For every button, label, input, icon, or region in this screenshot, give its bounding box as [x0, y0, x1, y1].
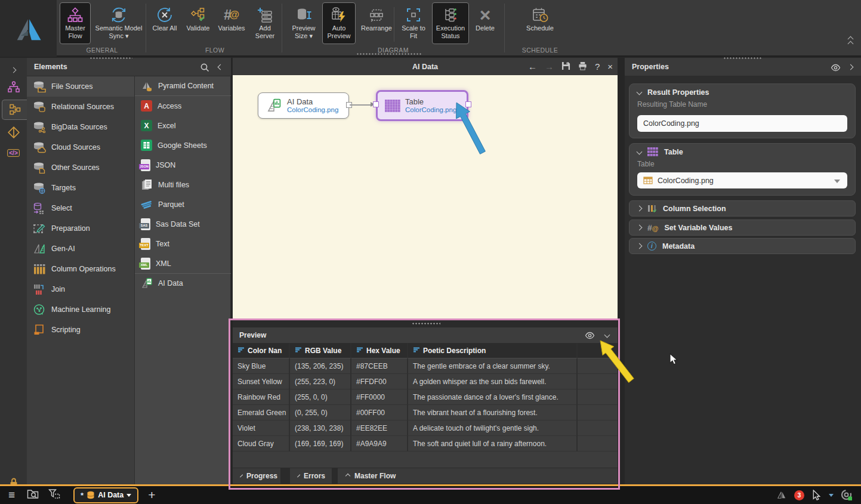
connection-status-icon[interactable]: [841, 489, 853, 501]
elements-panel: Elements File Sources Relational Sources…: [27, 58, 231, 484]
document-tab-ai-data[interactable]: * AI Data: [73, 487, 138, 503]
tab-errors[interactable]: Errors: [290, 468, 332, 484]
hamburger-menu-icon[interactable]: ≡: [8, 488, 15, 502]
column-header[interactable]: Hex Value: [351, 343, 408, 358]
category-preparation[interactable]: Preparation: [27, 218, 134, 239]
column-header[interactable]: RGB Value: [290, 343, 351, 358]
panel-drag-handle[interactable]: [723, 57, 763, 59]
set-variable-values-section[interactable]: #@ Set Variable Values: [629, 219, 856, 236]
table-row[interactable]: Sunset Yellow(255, 223, 0)#FFDF00A golde…: [233, 374, 618, 389]
category-join[interactable]: Join: [27, 279, 134, 299]
table-node[interactable]: Table ColorCoding.png: [376, 90, 468, 121]
clear-all-button[interactable]: Clear All: [149, 2, 180, 44]
content-explorer-icon[interactable]: [27, 488, 39, 502]
category-gen-ai[interactable]: Gen-AI: [27, 239, 134, 259]
metadata-section[interactable]: i Metadata: [629, 238, 856, 254]
result-properties-header[interactable]: Result Properties: [629, 84, 855, 100]
preview-panel: Preview Color Nan RGB Value Hex Value Po…: [233, 327, 618, 484]
category-bigdata-sources[interactable]: BigData Sources: [27, 117, 134, 137]
collapse-ribbon-button[interactable]: [848, 37, 853, 46]
model-diamond-tool-icon[interactable]: [0, 122, 27, 143]
category-other-sources[interactable]: Other Sources: [27, 157, 134, 178]
table-row[interactable]: Violet(238, 130, 238)#EE82EEA delicate t…: [233, 420, 618, 436]
input-port[interactable]: [373, 101, 379, 107]
flyout-xml[interactable]: XML XML: [135, 253, 231, 273]
flyout-text[interactable]: TEXT Text: [135, 234, 231, 253]
back-icon[interactable]: ←: [528, 61, 537, 72]
close-canvas-icon[interactable]: ×: [607, 61, 613, 72]
master-flow-button[interactable]: Master Flow: [60, 2, 91, 44]
save-icon[interactable]: [561, 61, 570, 72]
preview-eye-icon[interactable]: [585, 331, 595, 342]
expand-strip-button[interactable]: [0, 60, 27, 80]
category-relational-sources[interactable]: Relational Sources: [27, 97, 134, 117]
output-port[interactable]: [465, 101, 471, 107]
category-select[interactable]: Select: [27, 198, 134, 218]
help-icon[interactable]: ?: [595, 61, 600, 72]
table-row[interactable]: Sky Blue(135, 206, 235)#87CEEBThe gentle…: [233, 358, 618, 374]
print-icon[interactable]: [578, 61, 587, 72]
flyout-access[interactable]: A Access: [135, 96, 231, 116]
category-file-sources[interactable]: File Sources: [27, 76, 134, 97]
flyout-ai-data[interactable]: AI Data: [135, 273, 231, 293]
flyout-multi-files[interactable]: Multi files: [135, 175, 231, 194]
tab-master-flow[interactable]: Master Flow: [338, 468, 618, 484]
auto-preview-button[interactable]: Auto Preview: [322, 2, 356, 44]
column-header[interactable]: Color Nan: [233, 343, 290, 358]
flyout-google-sheets[interactable]: Google Sheets: [135, 135, 231, 155]
table-section-header[interactable]: Table: [629, 144, 855, 160]
collapse-panel-icon[interactable]: [218, 64, 224, 70]
forward-icon[interactable]: →: [545, 61, 554, 72]
flow-diagram-canvas[interactable]: AI Data ColorCoding.png Table ColorCodin…: [233, 75, 618, 320]
category-cloud-sources[interactable]: Cloud Sources: [27, 137, 134, 157]
table-dropdown[interactable]: ColorCoding.png: [637, 172, 847, 188]
table-row[interactable]: Rainbow Red(255, 0, 0)#FF0000The passion…: [233, 389, 618, 405]
rearrange-button[interactable]: Rearrange: [358, 2, 395, 44]
flyout-parquet[interactable]: Parquet: [135, 194, 231, 214]
category-machine-learning[interactable]: Machine Learning: [27, 299, 134, 320]
add-tab-button[interactable]: +: [148, 488, 155, 502]
filter-view-icon[interactable]: [48, 488, 60, 502]
delete-button[interactable]: × Delete: [471, 2, 499, 44]
left-tool-strip: </>: [0, 58, 27, 484]
table-row[interactable]: Emerald Green(0, 255, 0)#00FF00The vibra…: [233, 405, 618, 420]
flyout-json[interactable]: JSON JSON: [135, 155, 231, 175]
category-scripting[interactable]: Scripting: [27, 320, 134, 340]
pointer-tool-icon[interactable]: [811, 490, 822, 501]
column-header[interactable]: Poetic Description: [408, 343, 578, 358]
preview-splitter[interactable]: [233, 320, 618, 327]
resulting-table-name-input[interactable]: ColorCoding.png: [637, 115, 847, 132]
schedule-button[interactable]: Schedule: [523, 2, 557, 44]
properties-eye-icon[interactable]: [831, 63, 841, 74]
flyout-excel[interactable]: X Excel: [135, 116, 231, 135]
add-server-button[interactable]: Add Server: [249, 2, 280, 44]
variables-button[interactable]: #@ Variables: [216, 2, 247, 44]
notification-badge[interactable]: 3: [794, 490, 804, 500]
validate-button[interactable]: Validate: [183, 2, 214, 44]
panel-drag-handle[interactable]: [90, 57, 132, 59]
semantic-model-sync-button[interactable]: Semantic Model Sync ▾: [93, 2, 144, 44]
pointer-options-caret-icon[interactable]: [829, 494, 834, 497]
category-targets[interactable]: Targets: [27, 178, 134, 198]
collapse-properties-icon[interactable]: [848, 64, 854, 70]
ai-data-node[interactable]: AI Data ColorCoding.png: [258, 92, 349, 119]
tab-progress[interactable]: Progress: [233, 468, 280, 484]
pyramid-logo-icon[interactable]: [0, 0, 57, 57]
column-selection-section[interactable]: Column Selection: [629, 200, 856, 217]
targets-icon: [33, 182, 46, 194]
preview-size-button[interactable]: Preview Size ▾: [288, 2, 320, 44]
preview-collapse-icon[interactable]: [604, 332, 610, 338]
flyout-pyramid-content[interactable]: Pyramid Content: [135, 76, 231, 96]
code-tool-icon[interactable]: </>: [0, 143, 27, 163]
panel-drag-handle[interactable]: [356, 53, 422, 55]
category-column-operations[interactable]: Column Operations: [27, 259, 134, 279]
execution-status-button[interactable]: Execution Status: [432, 2, 469, 44]
search-icon[interactable]: [200, 63, 209, 75]
table-section: Table Table ColorCoding.png: [629, 143, 856, 196]
delete-icon: ×: [480, 5, 491, 24]
flyout-sas-data-set[interactable]: SAS Sas Data Set: [135, 214, 231, 234]
model-flow-tool-icon[interactable]: [0, 78, 27, 98]
table-row[interactable]: Cloud Gray(169, 169, 169)#A9A9A9The soft…: [233, 436, 618, 452]
scale-to-fit-button[interactable]: Scale to Fit: [397, 2, 430, 44]
data-flow-tool-icon[interactable]: [2, 100, 27, 120]
